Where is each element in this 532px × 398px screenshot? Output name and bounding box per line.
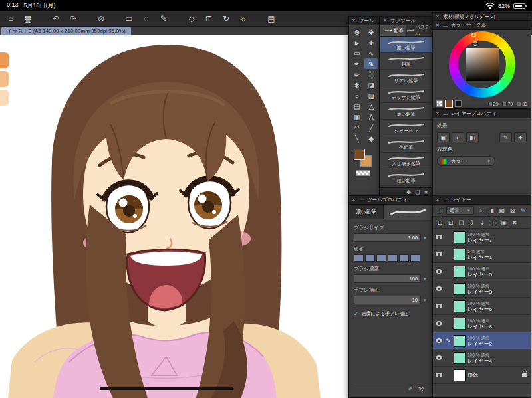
- visibility-eye-icon[interactable]: [436, 252, 442, 256]
- brush-size-input[interactable]: 1.00: [354, 233, 421, 242]
- hue-cursor[interactable]: [471, 33, 476, 37]
- minimize-icon[interactable]: —: [443, 198, 448, 203]
- sv-cursor[interactable]: [473, 41, 477, 46]
- gradient-tool-icon[interactable]: ▤: [350, 101, 364, 112]
- add-subtool-icon[interactable]: ✚: [406, 189, 411, 195]
- layer-thumbnail[interactable]: [454, 249, 466, 260]
- subtool-item[interactable]: 粗い鉛筆: [380, 169, 432, 186]
- sub-color-swatch[interactable]: [455, 100, 462, 107]
- hardness-segment[interactable]: [354, 254, 364, 262]
- correction-tool-icon[interactable]: ╲: [350, 133, 364, 144]
- stabilization-flyout-icon[interactable]: ▼: [423, 298, 427, 302]
- folder-icon[interactable]: ▤: [266, 11, 277, 27]
- layer-thumbnail[interactable]: [454, 283, 466, 295]
- layer-row[interactable]: 100 % 通常 レイヤー5: [433, 263, 531, 280]
- layer-color-effect-icon[interactable]: ◧: [466, 132, 479, 142]
- layer-row[interactable]: 100 % 通常 レイヤー4: [433, 349, 531, 367]
- hardness-segment[interactable]: [365, 254, 375, 262]
- blend-tool-icon[interactable]: ○: [350, 90, 364, 101]
- opacity-icon[interactable]: ◑: [476, 207, 485, 214]
- new-folder-icon[interactable]: ❏: [457, 219, 466, 226]
- subtool-item[interactable]: シャーペン: [380, 120, 432, 136]
- subtool-item[interactable]: リアル鉛筆: [380, 70, 432, 86]
- tone-effect-icon[interactable]: ◐: [452, 132, 464, 142]
- material-panel-bar[interactable]: ✕ 素材[新規フォルダー 2]: [432, 12, 531, 21]
- clear-icon[interactable]: ⊘: [96, 11, 106, 27]
- close-icon[interactable]: ✕: [352, 197, 356, 203]
- select-lasso-icon[interactable]: ◌: [141, 11, 152, 27]
- layer-row[interactable]: 用紙: [433, 367, 531, 384]
- tool-settings-wrench-icon[interactable]: ⚒: [418, 385, 424, 392]
- transform-icon[interactable]: ◇: [186, 11, 197, 27]
- subtool-item[interactable]: 色鉛筆: [380, 136, 432, 153]
- hardness-segment[interactable]: [376, 254, 386, 262]
- speed-stabilization-checkbox[interactable]: ✓: [354, 310, 359, 317]
- layer-thumbnail[interactable]: [454, 231, 466, 243]
- ruler-tool-icon[interactable]: ╱: [364, 122, 379, 133]
- apply-mask-icon[interactable]: ▣: [499, 219, 508, 226]
- frame-tool-icon[interactable]: ▣: [350, 112, 364, 122]
- reference-layer-icon[interactable]: ✦: [514, 132, 527, 142]
- decoration-tool-icon[interactable]: ✱: [350, 80, 364, 90]
- close-icon[interactable]: ✕: [383, 18, 387, 23]
- visibility-eye-icon[interactable]: [436, 235, 442, 239]
- subtool-item[interactable]: 濃い鉛筆: [380, 37, 432, 53]
- transparent-swatch-icon[interactable]: [436, 100, 443, 107]
- subtool-item[interactable]: 薄い鉛筆: [380, 103, 432, 120]
- layer-thumbnail[interactable]: [454, 300, 466, 312]
- minimize-icon[interactable]: —: [443, 112, 448, 116]
- fill-tool-icon[interactable]: ▨: [364, 90, 379, 101]
- brush-density-input[interactable]: 100: [354, 274, 421, 283]
- clip-to-layer-icon[interactable]: ◨: [487, 207, 495, 214]
- pencil-tool-icon[interactable]: ✎: [364, 58, 379, 69]
- delete-layer-icon[interactable]: ✖: [510, 219, 519, 226]
- layer-thumbnail[interactable]: [454, 318, 466, 330]
- layer-row[interactable]: 100 % 通常 レイヤー8: [433, 315, 531, 332]
- operation-tool-icon[interactable]: ►: [350, 37, 364, 48]
- subtool-folder-icon[interactable]: ❏: [415, 189, 420, 195]
- lock-transparent-icon[interactable]: ⊠: [508, 207, 517, 214]
- hardness-segment[interactable]: [410, 254, 420, 262]
- draft-layer-icon[interactable]: ✎: [499, 132, 512, 142]
- visibility-eye-icon[interactable]: [436, 304, 442, 308]
- lasso-tool-icon[interactable]: ∿: [364, 48, 379, 58]
- close-icon[interactable]: ✕: [436, 111, 440, 116]
- hardness-segment[interactable]: [399, 254, 409, 262]
- layer-row[interactable]: 100 % 通常 レイヤー6: [433, 298, 531, 315]
- rotate-canvas-icon[interactable]: ↻: [221, 11, 231, 27]
- merge-down-icon[interactable]: ⇣: [478, 219, 487, 226]
- layer-thumbnail[interactable]: [454, 352, 466, 364]
- minimize-icon[interactable]: —: [443, 23, 448, 28]
- color-wheel[interactable]: [449, 31, 515, 98]
- edit-layer-icon[interactable]: ✎: [519, 207, 527, 214]
- visibility-eye-icon[interactable]: [436, 269, 442, 274]
- new-vector-layer-icon[interactable]: ⊡: [446, 219, 455, 226]
- zoom-tool-icon[interactable]: ⊕: [350, 27, 364, 37]
- layer-mask-icon[interactable]: ◫: [489, 219, 497, 226]
- close-icon[interactable]: ✕: [352, 18, 356, 23]
- eyedropper-tool-icon[interactable]: ◆: [364, 133, 379, 144]
- filter-icon[interactable]: ☼: [238, 11, 249, 27]
- select-rect-icon[interactable]: ▭: [124, 11, 134, 27]
- stabilization-input[interactable]: 10: [354, 296, 421, 304]
- move-layer-tool-icon[interactable]: ✚: [364, 37, 379, 48]
- undo-icon[interactable]: ↶: [51, 11, 61, 27]
- layer-row[interactable]: 5 % 通常 レイヤー1: [433, 246, 531, 263]
- saturation-value-square[interactable]: [466, 48, 499, 81]
- pen-tool-icon[interactable]: ✒: [350, 58, 364, 69]
- expression-color-dropdown[interactable]: カラー ▼: [437, 156, 495, 166]
- transfer-down-icon[interactable]: ⇩: [467, 219, 476, 226]
- hand-tool-icon[interactable]: ✥: [364, 27, 379, 37]
- lock-layer-icon[interactable]: ▩: [497, 207, 506, 214]
- visibility-eye-icon[interactable]: [436, 355, 442, 360]
- foreground-color-swatch[interactable]: [354, 149, 365, 160]
- close-icon[interactable]: ✕: [436, 14, 440, 19]
- subtool-tab-pastel[interactable]: パステル: [406, 25, 432, 36]
- figure-tool-icon[interactable]: △: [364, 101, 379, 112]
- brush-size-flyout-icon[interactable]: ▼: [423, 236, 427, 240]
- eraser-tool-icon[interactable]: ◪: [364, 80, 379, 90]
- select-pen-icon[interactable]: ✎: [158, 11, 169, 27]
- visibility-eye-icon[interactable]: [436, 286, 442, 291]
- close-icon[interactable]: ✕: [436, 23, 440, 28]
- subtool-item[interactable]: 入り抜き鉛筆: [380, 153, 432, 169]
